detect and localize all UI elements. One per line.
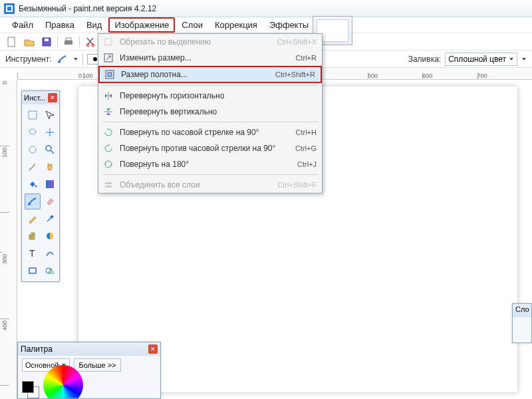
tool-move[interactable] [42,107,58,123]
fill-label: Заливка: [408,55,442,64]
chevron-down-icon [509,57,514,62]
menu-separator [102,174,318,175]
separator [79,36,80,48]
tool-recolor[interactable] [42,228,58,244]
tool-ellipse-select[interactable] [25,142,41,158]
svg-rect-18 [105,186,112,188]
svg-point-10 [58,61,61,63]
window-title: Безымянный - paint.net версия 4.2.12 [19,4,156,13]
tool-line[interactable] [42,245,58,261]
rotate-180-icon [102,158,114,170]
tool-move-selection[interactable] [42,124,58,140]
dropdown-icon[interactable] [73,57,78,62]
rotate-cw-icon [102,126,114,138]
brush-icon[interactable] [56,53,69,66]
tools-panel-title[interactable]: Инст... ✕ [22,91,59,104]
svg-point-20 [29,129,36,134]
menu-correction[interactable]: Коррекция [209,18,263,32]
tool-rect-select[interactable] [25,107,41,123]
svg-point-16 [105,161,112,168]
menu-image[interactable]: Изображение [108,17,175,33]
tool-lasso[interactable] [25,124,41,140]
svg-rect-28 [31,233,35,235]
tool-brush[interactable] [25,194,41,209]
instrument-label: Инструмент: [5,55,52,64]
menu-separator [102,122,318,122]
ruler-vertical: 0 100 300 400 [0,80,17,399]
tool-gradient[interactable] [42,176,58,192]
svg-point-22 [46,146,51,151]
fill-mode-value: Сплошной цвет [448,55,506,64]
svg-rect-24 [46,180,54,188]
fill-mode-select[interactable]: Сплошной цвет [445,53,517,66]
color-wheel[interactable] [43,365,83,399]
svg-point-11 [93,57,97,61]
menu-canvas-size[interactable]: Размер полотна... Ctrl+Shift+R [98,66,322,83]
tool-pencil[interactable] [25,211,41,227]
resize-icon [102,52,114,64]
flatten-icon [102,179,114,191]
svg-rect-12 [105,39,112,45]
tool-shapes[interactable] [42,263,58,279]
tool-text[interactable]: T [25,245,41,261]
dropdown-icon[interactable] [521,57,527,62]
tool-eraser[interactable] [42,194,58,209]
tool-pan[interactable] [42,159,58,175]
title-bar: Безымянный - paint.net версия 4.2.12 [0,0,532,17]
palette-more-button[interactable]: Больше >> [74,358,120,372]
rotate-ccw-icon [102,142,114,154]
menu-separator [102,85,318,86]
tools-panel[interactable]: Инст... ✕ T [21,90,60,282]
menu-rotate-ccw[interactable]: Повернуть против часовой стрелки на 90° … [98,140,322,156]
flip-h-icon [102,90,114,102]
svg-point-21 [29,146,36,153]
menu-rotate-180[interactable]: Повернуть на 180° Ctrl+J [98,156,322,172]
menu-resize[interactable]: Изменить размер... Ctrl+R [98,50,322,66]
separator [57,36,58,48]
flip-v-icon [102,106,114,118]
menu-rotate-cw[interactable]: Повернуть по часовой стрелке на 90° Ctrl… [98,124,322,140]
close-icon[interactable]: ✕ [148,344,158,354]
tool-rectangle[interactable] [25,263,41,279]
close-icon[interactable]: ✕ [48,93,57,102]
menu-view[interactable]: Вид [81,18,108,32]
app-icon [4,3,15,14]
open-icon[interactable] [23,35,36,49]
svg-rect-6 [65,41,72,45]
svg-rect-31 [29,268,36,273]
svg-rect-27 [29,235,35,239]
menu-image-dropdown: Обрезать по выделению Ctrl+Shift+X Измен… [98,33,323,194]
cut-icon[interactable] [84,35,97,49]
menu-layers[interactable]: Слои [176,18,208,32]
tool-magic-wand[interactable] [25,159,41,175]
tool-zoom[interactable] [42,142,58,158]
tool-bucket[interactable] [25,176,41,192]
svg-rect-17 [105,182,112,184]
menu-flatten[interactable]: Объединить все слои Ctrl+Shift+F [98,177,322,193]
tool-eyedropper[interactable] [42,211,58,227]
new-icon[interactable] [5,35,19,49]
svg-text:T: T [29,248,35,259]
palette-swatches[interactable] [22,381,39,398]
print-icon[interactable] [62,35,75,49]
menu-crop-to-selection[interactable]: Обрезать по выделению Ctrl+Shift+X [98,34,322,50]
menu-effects[interactable]: Эффекты [264,18,314,32]
layers-title[interactable]: Сло [513,304,531,317]
menu-edit[interactable]: Правка [40,18,80,32]
svg-point-23 [35,186,37,188]
menu-flip-horizontal[interactable]: Перевернуть горизонтально [98,88,322,104]
save-icon[interactable] [40,35,53,49]
menu-flip-vertical[interactable]: Перевернуть вертикально [98,104,322,120]
svg-rect-19 [29,111,37,119]
menu-file[interactable]: Файл [7,18,39,32]
svg-rect-5 [45,39,49,41]
canvas-size-icon [104,68,116,80]
menu-bar: Файл Правка Вид Изображение Слои Коррекц… [0,17,532,33]
svg-rect-15 [108,72,112,76]
crop-icon [102,36,114,48]
palette-panel[interactable]: Палитра ✕ Основной Больше >> [17,342,161,399]
tool-clone[interactable] [25,228,41,244]
separator [82,53,83,65]
palette-title[interactable]: Палитра ✕ [18,342,160,356]
layers-panel[interactable]: Сло [512,303,532,343]
